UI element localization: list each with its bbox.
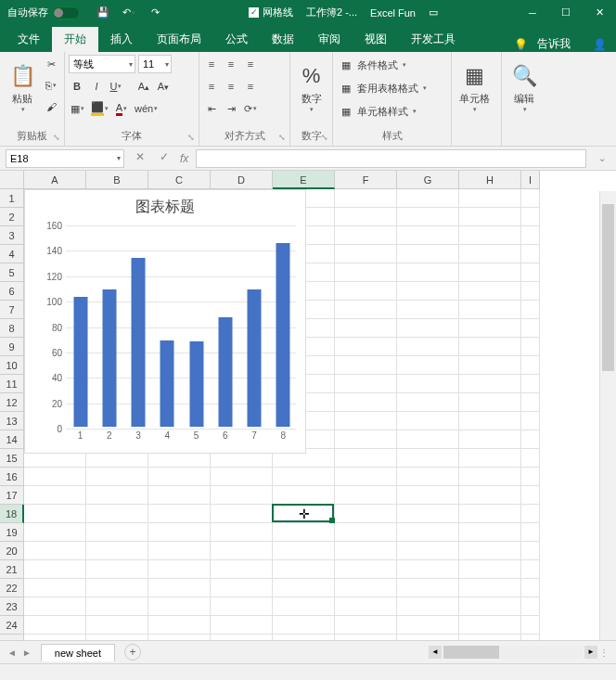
align-right-button[interactable]: ≡ xyxy=(242,77,259,96)
cell[interactable] xyxy=(86,486,148,505)
cell[interactable] xyxy=(459,597,521,616)
cell[interactable] xyxy=(397,263,459,282)
cell[interactable] xyxy=(459,542,521,560)
number-format-button[interactable]: % 数字▾ xyxy=(294,55,328,122)
edit-button[interactable]: 🔍 编辑▾ xyxy=(506,55,543,122)
ribbon-options-icon[interactable]: ▭ xyxy=(429,6,438,19)
undo-icon[interactable]: ↶▾ xyxy=(121,5,137,21)
cell[interactable] xyxy=(86,616,148,635)
row-header[interactable]: 24 xyxy=(0,616,24,635)
cell[interactable] xyxy=(24,486,86,505)
cell[interactable] xyxy=(397,208,459,226)
bold-button[interactable]: B xyxy=(69,77,85,96)
fill-color-button[interactable]: ⬛▾ xyxy=(89,99,110,118)
cell[interactable] xyxy=(397,486,459,505)
align-launcher[interactable]: ⤡ xyxy=(276,133,288,144)
column-header[interactable]: E xyxy=(273,171,335,189)
cell[interactable] xyxy=(24,542,86,560)
cell[interactable] xyxy=(459,449,521,468)
cell[interactable] xyxy=(335,486,397,505)
cell[interactable] xyxy=(335,523,397,542)
tab-file[interactable]: 文件 xyxy=(6,27,52,52)
cell[interactable] xyxy=(335,301,397,319)
cell[interactable] xyxy=(335,319,397,338)
cell[interactable] xyxy=(335,245,397,263)
scrollbar-thumb[interactable] xyxy=(443,646,499,659)
tab-view[interactable]: 视图 xyxy=(353,27,399,52)
cell[interactable] xyxy=(459,319,521,338)
scrollbar-thumb[interactable] xyxy=(602,204,614,371)
tab-formula[interactable]: 公式 xyxy=(213,27,260,52)
cell[interactable] xyxy=(397,616,459,635)
cell[interactable] xyxy=(24,579,86,597)
accept-formula-button[interactable]: ✓ xyxy=(156,150,173,167)
row-header[interactable]: 17 xyxy=(0,486,24,505)
cell[interactable] xyxy=(521,412,540,430)
cell[interactable] xyxy=(397,301,459,319)
column-header[interactable]: D xyxy=(211,171,273,189)
cell[interactable] xyxy=(335,263,397,282)
cell[interactable] xyxy=(397,356,459,375)
name-box[interactable]: E18 xyxy=(6,149,124,168)
cell[interactable] xyxy=(397,282,459,301)
cell[interactable] xyxy=(459,430,521,449)
chart-bar[interactable] xyxy=(102,289,116,427)
cell[interactable] xyxy=(521,597,540,616)
chart-bar[interactable] xyxy=(248,289,262,427)
cell[interactable] xyxy=(521,338,540,356)
cell-styles-button[interactable]: ▦单元格样式▾ xyxy=(337,101,429,122)
clipboard-launcher[interactable]: ⤡ xyxy=(51,133,62,144)
cell[interactable] xyxy=(521,319,540,338)
cell[interactable] xyxy=(521,468,540,486)
row-header[interactable]: 12 xyxy=(0,393,24,412)
cell[interactable] xyxy=(273,616,335,635)
cell[interactable] xyxy=(335,226,397,245)
cell[interactable] xyxy=(273,468,335,486)
copy-button[interactable]: ⎘▾ xyxy=(43,76,59,95)
vertical-scrollbar[interactable] xyxy=(599,191,616,640)
cell[interactable] xyxy=(397,412,459,430)
cell[interactable] xyxy=(521,282,540,301)
row-header[interactable]: 5 xyxy=(0,263,24,282)
row-header[interactable]: 22 xyxy=(0,579,24,597)
orientation-button[interactable]: ⟳▾ xyxy=(242,99,259,118)
cell[interactable] xyxy=(459,412,521,430)
cell[interactable] xyxy=(397,430,459,449)
row-header[interactable]: 23 xyxy=(0,597,24,616)
align-bottom-button[interactable]: ≡ xyxy=(242,55,259,73)
row-header[interactable]: 20 xyxy=(0,542,24,560)
cell[interactable] xyxy=(521,189,540,208)
cell[interactable] xyxy=(24,560,86,579)
cell[interactable] xyxy=(397,505,459,523)
borders-button[interactable]: ▦▾ xyxy=(69,99,86,118)
cell[interactable] xyxy=(397,542,459,560)
grow-font-button[interactable]: A▴ xyxy=(135,77,152,96)
font-size-combo[interactable]: 11 xyxy=(138,55,172,73)
minimize-button[interactable]: ─ xyxy=(516,0,549,25)
cell[interactable] xyxy=(521,449,540,468)
cell[interactable] xyxy=(521,486,540,505)
cell[interactable] xyxy=(459,189,521,208)
cell[interactable] xyxy=(211,468,273,486)
cell[interactable] xyxy=(459,486,521,505)
scroll-right-button[interactable]: ► xyxy=(584,646,597,659)
cell[interactable] xyxy=(521,505,540,523)
column-header[interactable]: A xyxy=(24,171,86,189)
align-top-button[interactable]: ≡ xyxy=(203,55,220,73)
column-header[interactable]: G xyxy=(397,171,459,189)
cell[interactable] xyxy=(397,523,459,542)
row-header[interactable]: 9 xyxy=(0,338,24,356)
cell[interactable] xyxy=(211,505,273,523)
cell[interactable] xyxy=(335,393,397,412)
cell[interactable] xyxy=(397,319,459,338)
cell[interactable] xyxy=(521,208,540,226)
expand-formula-bar[interactable]: ⌄ xyxy=(594,153,610,163)
row-header[interactable]: 21 xyxy=(0,560,24,579)
cell[interactable] xyxy=(86,523,148,542)
cell[interactable] xyxy=(86,597,148,616)
cell[interactable] xyxy=(459,208,521,226)
table-format-button[interactable]: ▦套用表格格式▾ xyxy=(337,78,429,98)
cell[interactable] xyxy=(211,560,273,579)
cell[interactable] xyxy=(459,356,521,375)
cell[interactable] xyxy=(86,542,148,560)
